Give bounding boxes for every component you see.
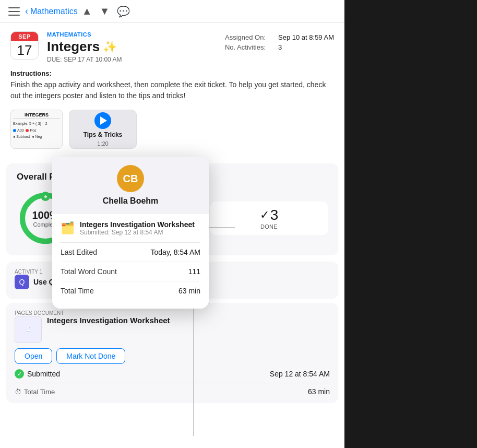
video-duration: 1:20 bbox=[97, 140, 108, 147]
student-avatar: CB bbox=[117, 165, 144, 192]
top-bar-actions: ▲ ▼ 💬 bbox=[82, 5, 130, 18]
assigned-on-label: Assigned On: bbox=[225, 33, 266, 41]
popup-doc-row: 🗂️ Integers Investigation Worksheet Subm… bbox=[61, 214, 200, 243]
assignment-title-row: Integers ✨ bbox=[47, 39, 217, 55]
popup-last-edited-label: Last Edited bbox=[61, 248, 97, 256]
popup-stat-word-count: Total Word Count 111 bbox=[61, 262, 200, 281]
subject-label: MATHEMATICS bbox=[47, 31, 217, 38]
poster-dot-red bbox=[26, 129, 29, 132]
submitted-badge: ✓ Submitted bbox=[15, 369, 60, 379]
popup-doc-name: Integers Investigation Worksheet bbox=[80, 220, 195, 229]
pages-card: PAGES DOCUMENT 📄 Integers Investigation … bbox=[6, 303, 338, 403]
calendar-day: 17 bbox=[11, 41, 38, 59]
pages-doc-type-label: PAGES DOCUMENT bbox=[15, 310, 330, 316]
svg-text:★: ★ bbox=[43, 194, 48, 199]
student-name: Chella Boehm bbox=[61, 196, 200, 206]
video-label: Tips & Tricks bbox=[84, 131, 122, 138]
right-panel bbox=[344, 0, 477, 448]
submitted-label: Submitted bbox=[27, 370, 60, 378]
folder-icon: 🗂️ bbox=[61, 221, 75, 235]
back-label: Mathematics bbox=[30, 7, 78, 16]
assigned-on-value: Sep 10 at 8:59 AM bbox=[278, 33, 334, 41]
open-button[interactable]: Open bbox=[15, 348, 52, 364]
poster-dot-blue bbox=[13, 129, 16, 132]
popup-stat-last-edited: Last Edited Today, 8:54 AM bbox=[61, 243, 200, 262]
assignment-title: Integers bbox=[47, 39, 100, 55]
stat-done-value: ✓3 bbox=[219, 207, 319, 223]
popup-doc-info: Integers Investigation Worksheet Submitt… bbox=[80, 220, 195, 236]
integers-poster-attachment[interactable]: INTEGERS Example: 5 + (-3) = 2 Add Pos ●… bbox=[10, 110, 63, 149]
activities-label: No. Activities: bbox=[225, 43, 266, 51]
pages-info: Integers Investigation Worksheet bbox=[47, 316, 330, 325]
instructions-text: Finish the app activity and worksheet, t… bbox=[10, 79, 334, 101]
clock-icon: ⏱ bbox=[15, 388, 21, 396]
total-time-label: ⏱ Total Time bbox=[15, 388, 55, 396]
activities-count: 3 bbox=[278, 43, 282, 51]
top-bar: ‹ Mathematics ▲ ▼ 💬 bbox=[0, 0, 344, 23]
comment-icon[interactable]: 💬 bbox=[117, 5, 130, 18]
back-chevron-icon: ‹ bbox=[25, 6, 28, 17]
pages-header: 📄 Integers Investigation Worksheet bbox=[15, 316, 330, 343]
popup-header: CB Chella Boehm bbox=[52, 157, 209, 214]
play-button[interactable] bbox=[94, 112, 111, 129]
pages-doc-name: Integers Investigation Worksheet bbox=[47, 316, 330, 325]
pages-actions: Open Mark Not Done bbox=[15, 348, 330, 364]
due-date: DUE: SEP 17 AT 10:00 AM bbox=[47, 56, 217, 63]
pages-thumbnail: 📄 bbox=[15, 316, 42, 343]
stat-done-label: DONE bbox=[219, 223, 319, 230]
total-time-row: ⏱ Total Time 63 min bbox=[15, 383, 330, 396]
stat-done-box: ✓3 DONE bbox=[210, 202, 328, 235]
sparkle-icon: ✨ bbox=[103, 40, 117, 54]
sidebar-toggle-button[interactable] bbox=[8, 7, 20, 16]
submitted-checkmark-icon: ✓ bbox=[15, 369, 24, 379]
submitted-row: ✓ Submitted Sep 12 at 8:54 AM bbox=[15, 369, 330, 379]
popup-total-time-value: 63 min bbox=[178, 287, 200, 295]
up-arrow-icon[interactable]: ▲ bbox=[82, 5, 92, 17]
poster-title: INTEGERS bbox=[13, 112, 60, 119]
popup-total-time-label: Total Time bbox=[61, 287, 94, 295]
assignment-info: MATHEMATICS Integers ✨ DUE: SEP 17 AT 10… bbox=[47, 31, 217, 63]
submitted-date: Sep 12 at 8:54 AM bbox=[270, 370, 330, 378]
attachments-row: INTEGERS Example: 5 + (-3) = 2 Add Pos ●… bbox=[0, 108, 344, 157]
student-popup: CB Chella Boehm 🗂️ Integers Investigatio… bbox=[52, 157, 209, 309]
popup-word-count-label: Total Word Count bbox=[61, 267, 117, 276]
video-attachment[interactable]: Tips & Tricks 1:20 bbox=[69, 110, 137, 149]
popup-body: 🗂️ Integers Investigation Worksheet Subm… bbox=[52, 214, 209, 309]
popup-doc-submitted: Submitted: Sep 12 at 8:54 AM bbox=[80, 229, 195, 236]
assignment-meta: Assigned On: Sep 10 at 8:59 AM No. Activ… bbox=[225, 31, 334, 53]
quizlet-icon: Q bbox=[15, 275, 29, 289]
main-panel: ‹ Mathematics ▲ ▼ 💬 SEP 17 MATHEMATICS I… bbox=[0, 0, 344, 448]
back-button[interactable]: ‹ Mathematics bbox=[25, 6, 78, 17]
down-arrow-icon[interactable]: ▼ bbox=[100, 5, 110, 17]
mark-not-done-button[interactable]: Mark Not Done bbox=[56, 348, 125, 364]
play-triangle-icon bbox=[100, 116, 107, 125]
popup-word-count-value: 111 bbox=[188, 267, 200, 276]
assignment-header: SEP 17 MATHEMATICS Integers ✨ DUE: SEP 1… bbox=[0, 23, 344, 69]
total-time-value: 63 min bbox=[308, 387, 330, 396]
popup-stat-total-time: Total Time 63 min bbox=[61, 281, 200, 300]
instructions-section: Instructions: Finish the app activity an… bbox=[0, 69, 344, 108]
pages-doc-section: PAGES DOCUMENT 📄 Integers Investigation … bbox=[0, 303, 344, 409]
assigned-on-row: Assigned On: Sep 10 at 8:59 AM bbox=[225, 33, 334, 41]
activities-row: No. Activities: 3 bbox=[225, 43, 334, 51]
calendar-month: SEP bbox=[11, 32, 38, 41]
instructions-label: Instructions: bbox=[10, 69, 334, 77]
calendar-icon: SEP 17 bbox=[10, 31, 39, 60]
popup-last-edited-value: Today, 8:54 AM bbox=[151, 248, 200, 256]
